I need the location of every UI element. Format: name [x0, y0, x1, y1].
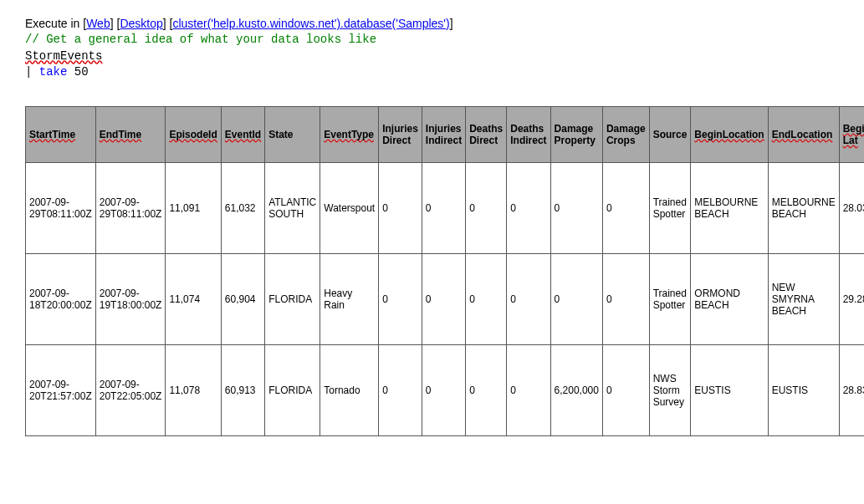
col-episodeid[interactable]: EpisodeId: [169, 129, 217, 140]
cell-state: FLORIDA: [265, 253, 320, 344]
cell-endlocation: NEW SMYRNA BEACH: [768, 253, 839, 344]
cell-state: ATLANTIC SOUTH: [265, 162, 320, 253]
col-beginlat[interactable]: Begin Lat: [843, 123, 864, 146]
execute-prefix: Execute in: [25, 17, 79, 30]
cell-damagecrops: 0: [602, 253, 649, 344]
cell-deathsdirect: 0: [466, 253, 507, 344]
col-eventtype[interactable]: EventType: [324, 129, 374, 140]
cell-episodeid: 11,091: [166, 162, 221, 253]
results-table: StartTime EndTime EpisodeId EventId Stat…: [25, 106, 864, 436]
cell-injuriesdirect: 0: [379, 253, 422, 344]
col-injind[interactable]: Injuries Indirect: [426, 123, 462, 146]
cell-beginlat: 28.837: [839, 344, 864, 435]
table-row[interactable]: 2007-09-18T20:00:00Z2007-09-19T18:00:00Z…: [26, 253, 865, 344]
cell-eventid: 60,913: [221, 344, 264, 435]
cell-deathsindirect: 0: [507, 344, 550, 435]
cell-deathsdirect: 0: [466, 344, 507, 435]
query-editor[interactable]: // Get a general idea of what your data …: [25, 32, 839, 81]
link-web[interactable]: Web: [86, 17, 110, 30]
cell-endtime: 2007-09-29T08:11:00Z: [95, 162, 166, 253]
col-source[interactable]: Source: [653, 129, 688, 140]
col-starttime[interactable]: StartTime: [29, 129, 75, 140]
cell-injuriesindirect: 0: [422, 344, 465, 435]
col-beginloc[interactable]: BeginLocation: [694, 129, 764, 140]
cell-injuriesdirect: 0: [379, 344, 422, 435]
cell-endlocation: EUSTIS: [768, 344, 839, 435]
link-desktop[interactable]: Desktop: [120, 17, 162, 30]
col-dmgprop[interactable]: Damage Property: [555, 123, 596, 146]
cell-endtime: 2007-09-19T18:00:00Z: [95, 253, 166, 344]
code-comment: // Get a general idea of what your data …: [25, 32, 839, 48]
col-deathdir[interactable]: Deaths Direct: [469, 123, 503, 146]
cell-starttime: 2007-09-20T21:57:00Z: [26, 344, 96, 435]
col-dmgcrop[interactable]: Damage Crops: [606, 123, 646, 146]
cell-damageproperty: 0: [550, 253, 602, 344]
cell-endtime: 2007-09-20T22:05:00Z: [95, 344, 166, 435]
table-row[interactable]: 2007-09-20T21:57:00Z2007-09-20T22:05:00Z…: [26, 344, 865, 435]
cell-state: FLORIDA: [265, 344, 320, 435]
cell-damageproperty: 6,200,000: [550, 344, 602, 435]
code-take-value: 50: [74, 65, 89, 79]
table-row[interactable]: 2007-09-29T08:11:00Z2007-09-29T08:11:00Z…: [26, 162, 865, 253]
col-state[interactable]: State: [268, 129, 293, 140]
table-header-row: StartTime EndTime EpisodeId EventId Stat…: [26, 106, 865, 162]
cell-episodeid: 11,078: [166, 344, 221, 435]
cell-eventid: 60,904: [221, 253, 264, 344]
cell-starttime: 2007-09-29T08:11:00Z: [26, 162, 96, 253]
cell-deathsindirect: 0: [507, 253, 550, 344]
cell-eventtype: Waterspout: [320, 162, 379, 253]
cell-beginlat: 29.28: [839, 253, 864, 344]
code-table: StormEvents: [25, 49, 102, 63]
cell-deathsdirect: 0: [466, 162, 507, 253]
cell-endlocation: MELBOURNE BEACH: [768, 162, 839, 253]
cell-source: Trained Spotter: [649, 162, 691, 253]
cell-beginlocation: MELBOURNE BEACH: [691, 162, 768, 253]
cell-beginlat: 28.039: [839, 162, 864, 253]
cell-starttime: 2007-09-18T20:00:00Z: [26, 253, 96, 344]
code-pipe: |: [25, 65, 32, 79]
cell-deathsindirect: 0: [507, 162, 550, 253]
table-body: 2007-09-29T08:11:00Z2007-09-29T08:11:00Z…: [26, 162, 865, 435]
col-eventid[interactable]: EventId: [225, 129, 261, 140]
cell-source: NWS Storm Survey: [649, 344, 691, 435]
code-take-keyword: take: [39, 65, 68, 79]
col-injdir[interactable]: Injuries Direct: [382, 123, 418, 146]
cell-eventtype: Tornado: [320, 344, 379, 435]
cell-episodeid: 11,074: [166, 253, 221, 344]
cell-damageproperty: 0: [550, 162, 602, 253]
col-deathind[interactable]: Deaths Indirect: [510, 123, 546, 146]
cell-damagecrops: 0: [602, 162, 649, 253]
link-cluster[interactable]: cluster('help.kusto.windows.net').databa…: [172, 17, 449, 30]
col-endtime[interactable]: EndTime: [100, 129, 141, 140]
execute-line: Execute in [Web] [Desktop] [cluster('hel…: [25, 17, 839, 30]
cell-injuriesdirect: 0: [379, 162, 422, 253]
cell-eventid: 61,032: [221, 162, 264, 253]
cell-beginlocation: ORMOND BEACH: [691, 253, 768, 344]
col-endloc[interactable]: EndLocation: [772, 129, 833, 140]
cell-damagecrops: 0: [602, 344, 649, 435]
cell-eventtype: Heavy Rain: [320, 253, 379, 344]
cell-source: Trained Spotter: [649, 253, 691, 344]
cell-beginlocation: EUSTIS: [691, 344, 768, 435]
cell-injuriesindirect: 0: [422, 253, 465, 344]
cell-injuriesindirect: 0: [422, 162, 465, 253]
